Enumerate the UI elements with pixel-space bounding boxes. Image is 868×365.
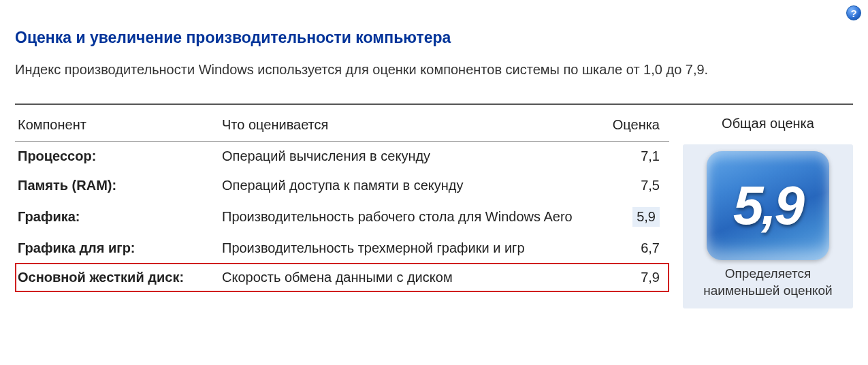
help-icon[interactable]: ? xyxy=(846,5,861,20)
col-header-component: Компонент xyxy=(15,114,219,142)
table-row: Процессор:Операций вычисления в секунду7… xyxy=(15,142,669,172)
overall-score-badge: 5,9 xyxy=(707,151,829,260)
component-label: Графика: xyxy=(15,200,219,234)
col-header-score: Оценка xyxy=(608,114,669,142)
score-value: 6,7 xyxy=(641,240,660,255)
help-icon-glyph: ? xyxy=(850,7,856,19)
overall-score-value: 5,9 xyxy=(733,174,803,237)
performance-table: Компонент Что оценивается Оценка Процесс… xyxy=(15,114,669,292)
score-value: 5,9 xyxy=(632,207,660,227)
score-value: 7,5 xyxy=(641,178,660,193)
component-score: 7,9 xyxy=(608,263,669,292)
table-row: Графика:Производительность рабочего стол… xyxy=(15,200,669,234)
col-header-description: Что оценивается xyxy=(219,114,608,142)
overall-score-caption: Определяется наименьшей оценкой xyxy=(690,266,846,299)
overall-score-header: Общая оценка xyxy=(683,116,853,139)
table-row: Графика для игр:Производительность трехм… xyxy=(15,234,669,263)
component-label: Процессор: xyxy=(15,142,219,172)
component-score: 6,7 xyxy=(608,234,669,263)
page-title: Оценка и увеличение производительности к… xyxy=(15,29,853,47)
component-score: 7,1 xyxy=(608,142,669,172)
table-row: Основной жесткий диск:Скорость обмена да… xyxy=(15,263,669,292)
component-label: Графика для игр: xyxy=(15,234,219,263)
component-label: Память (RAM): xyxy=(15,171,219,200)
component-score: 7,5 xyxy=(608,171,669,200)
page-subtitle: Индекс производительности Windows исполь… xyxy=(15,62,853,78)
component-description: Операций вычисления в секунду xyxy=(219,142,608,172)
section-divider xyxy=(15,104,853,105)
overall-score-block: 5,9 Определяется наименьшей оценкой xyxy=(683,144,853,308)
component-description: Операций доступа к памяти в секунду xyxy=(219,171,608,200)
table-row: Память (RAM):Операций доступа к памяти в… xyxy=(15,171,669,200)
component-description: Производительность трехмерной графики и … xyxy=(219,234,608,263)
score-value: 7,9 xyxy=(641,270,660,285)
score-value: 7,1 xyxy=(641,148,660,163)
component-description: Скорость обмена данными с диском xyxy=(219,263,608,292)
component-label: Основной жесткий диск: xyxy=(15,263,219,292)
component-description: Производительность рабочего стола для Wi… xyxy=(219,200,608,234)
component-score: 5,9 xyxy=(608,200,669,234)
